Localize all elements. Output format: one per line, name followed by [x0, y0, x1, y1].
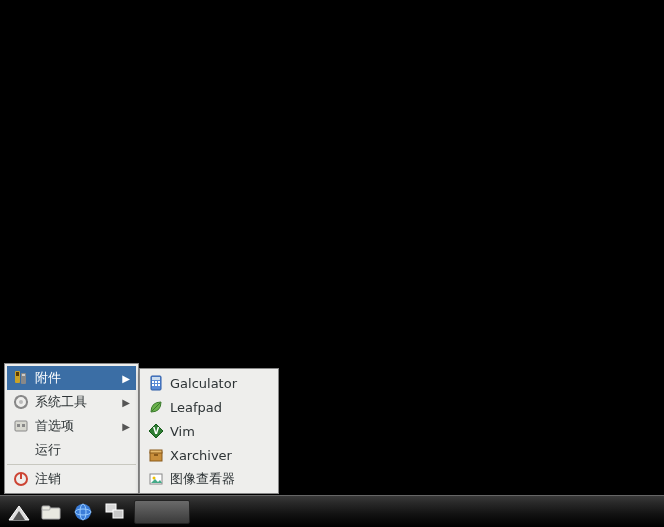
desktop[interactable]: https://www.zjwiki.com 附件 ▶ — [0, 0, 664, 527]
svg-rect-6 — [15, 421, 27, 431]
svg-rect-3 — [22, 374, 25, 376]
taskbar — [0, 495, 664, 527]
svg-rect-26 — [42, 506, 50, 510]
menu-item-vim[interactable]: V Vim — [142, 419, 276, 443]
menu-item-xarchiver[interactable]: Xarchiver — [142, 443, 276, 467]
accessories-submenu: Galculator Leafpad V Vim — [139, 368, 279, 494]
vim-icon: V — [148, 423, 164, 439]
svg-rect-1 — [16, 372, 19, 376]
file-manager-launcher[interactable] — [36, 499, 66, 525]
svg-rect-31 — [113, 510, 123, 518]
menu-separator — [7, 464, 136, 465]
svg-text:V: V — [153, 427, 160, 436]
svg-point-5 — [19, 400, 23, 404]
menu-item-label: Leafpad — [170, 400, 270, 415]
preferences-icon — [13, 418, 29, 434]
menu-item-image-viewer[interactable]: 图像查看器 — [142, 467, 276, 491]
accessories-icon — [13, 370, 29, 386]
menu-item-leafpad[interactable]: Leafpad — [142, 395, 276, 419]
svg-rect-17 — [155, 384, 157, 386]
svg-point-24 — [153, 477, 156, 480]
main-menu: 附件 ▶ 系统工具 ▶ 首选项 ▶ — [4, 363, 139, 494]
calculator-icon — [148, 375, 164, 391]
leafpad-icon — [148, 399, 164, 415]
menu-item-label: Vim — [170, 424, 270, 439]
svg-rect-14 — [155, 381, 157, 383]
menu-item-label: 注销 — [35, 470, 130, 488]
menu-item-galculator[interactable]: Galculator — [142, 371, 276, 395]
submenu-arrow-icon: ▶ — [122, 373, 130, 384]
taskbar-task-entry[interactable] — [134, 500, 190, 524]
menu-item-accessories[interactable]: 附件 ▶ — [7, 366, 136, 390]
svg-rect-18 — [158, 384, 160, 386]
menu-item-preferences[interactable]: 首选项 ▶ — [7, 414, 136, 438]
menu-item-label: 运行 — [35, 441, 130, 459]
svg-rect-16 — [152, 384, 154, 386]
svg-rect-15 — [158, 381, 160, 383]
menu-item-label: 图像查看器 — [170, 470, 270, 488]
blank-icon — [13, 442, 29, 458]
svg-rect-12 — [152, 377, 160, 380]
menu-item-label: 系统工具 — [35, 393, 116, 411]
menu-item-logout[interactable]: 注销 — [7, 467, 136, 491]
start-menu-button[interactable] — [4, 499, 34, 525]
show-desktop-button[interactable] — [100, 499, 130, 525]
menu-item-label: Xarchiver — [170, 448, 270, 463]
svg-rect-13 — [152, 381, 154, 383]
menu-item-system-tools[interactable]: 系统工具 ▶ — [7, 390, 136, 414]
image-viewer-icon — [148, 471, 164, 487]
svg-rect-7 — [17, 424, 20, 427]
menu-item-label: 附件 — [35, 369, 116, 387]
submenu-arrow-icon: ▶ — [122, 421, 130, 432]
svg-rect-21 — [150, 450, 162, 453]
menu-item-run[interactable]: 运行 — [7, 438, 136, 462]
logout-icon — [13, 471, 29, 487]
submenu-arrow-icon: ▶ — [122, 397, 130, 408]
menu-item-label: 首选项 — [35, 417, 116, 435]
web-browser-launcher[interactable] — [68, 499, 98, 525]
svg-rect-22 — [154, 454, 158, 456]
svg-rect-8 — [22, 424, 25, 427]
svg-point-27 — [75, 504, 91, 520]
archive-icon — [148, 447, 164, 463]
system-tools-icon — [13, 394, 29, 410]
menu-item-label: Galculator — [170, 376, 270, 391]
